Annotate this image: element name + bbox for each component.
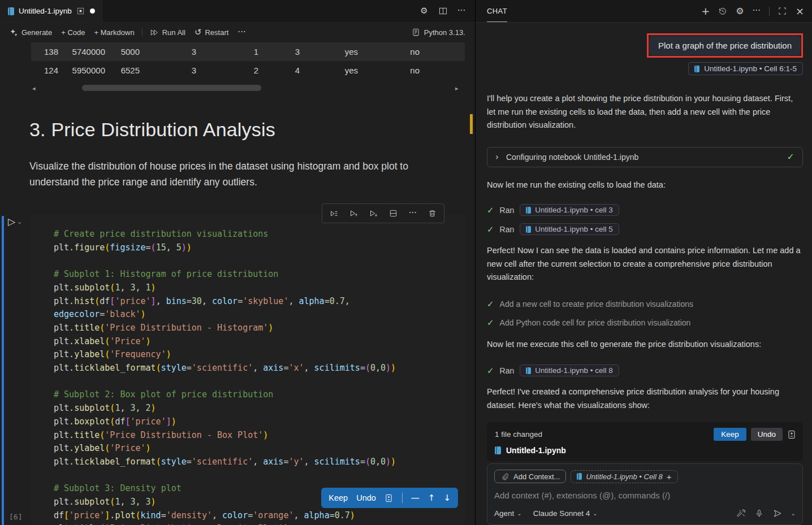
- execute-below-icon[interactable]: [369, 209, 378, 218]
- execute-above-icon[interactable]: [349, 209, 359, 218]
- collapse-icon[interactable]: —: [411, 493, 420, 503]
- generate-button[interactable]: Generate: [5, 27, 57, 39]
- tools-icon[interactable]: [737, 509, 746, 518]
- code-token: 5: [176, 242, 182, 253]
- tab-chat[interactable]: CHAT: [487, 0, 507, 22]
- add-context-button[interactable]: Add Context...: [494, 470, 566, 483]
- delete-cell-icon[interactable]: [427, 209, 437, 218]
- context-chip[interactable]: Untitled-1.ipynb • Cell 6:1-5: [688, 62, 803, 75]
- add-code-button[interactable]: + Code: [57, 27, 89, 38]
- keep-button[interactable]: Keep: [714, 428, 746, 441]
- toolbar-more-icon[interactable]: ···: [233, 27, 250, 38]
- table-row[interactable]: 12459500006525324yesno: [31, 61, 465, 80]
- code-line[interactable]: plt.hist(df['price'], bins=30, color='sk…: [54, 295, 465, 309]
- code-token: 0: [381, 363, 386, 373]
- code-line[interactable]: df['price'].plot(kind='density', color='…: [54, 509, 465, 523]
- code-line[interactable]: edgecolor='black'): [54, 308, 465, 322]
- code-line[interactable]: [54, 254, 465, 268]
- code-line[interactable]: plt.xlabel('Price'): [54, 335, 465, 349]
- restart-button[interactable]: ↺ Restart: [190, 27, 233, 38]
- undo-button[interactable]: Undo: [356, 493, 376, 502]
- code-line[interactable]: plt.title('Price Distribution - Histogra…: [54, 322, 465, 335]
- ran-cell-chip[interactable]: Untitled-1.ipynb • cell 8: [520, 365, 619, 376]
- ran-cell-chip[interactable]: Untitled-1.ipynb • cell 5: [520, 223, 619, 235]
- kernel-picker[interactable]: Python 3.13.5: [412, 28, 469, 37]
- mode-picker[interactable]: Agent ⌄: [494, 509, 522, 518]
- chat-input-box[interactable]: Add Context... Untitled-1.ipynb • Cell 8…: [487, 463, 803, 525]
- add-markdown-button[interactable]: + Markdown: [90, 27, 139, 38]
- gear-icon[interactable]: ⚙: [420, 7, 429, 16]
- scroll-left-icon[interactable]: ◂: [32, 85, 36, 92]
- code-line[interactable]: plt.ylabel('Frequency'): [54, 348, 465, 362]
- keep-button[interactable]: Keep: [329, 493, 348, 502]
- execute-by-line-icon[interactable]: [330, 209, 339, 218]
- code-token: 'Price Distribution - Histogram': [105, 323, 268, 333]
- undo-button[interactable]: Undo: [751, 428, 783, 441]
- tab-pin-icon[interactable]: [76, 7, 85, 16]
- arrow-up-icon[interactable]: ↑: [428, 493, 435, 503]
- code-line[interactable]: # Create price distribution visualizatio…: [54, 228, 465, 241]
- code-line[interactable]: plt.ticklabel_format(style='scientific',…: [54, 362, 465, 375]
- code-line[interactable]: plt.boxplot(df['price']): [54, 415, 465, 429]
- code-token: 'scientific': [192, 457, 253, 467]
- run-all-icon: [150, 28, 159, 37]
- run-cell-button[interactable]: ▷ ⌄: [8, 217, 22, 227]
- cell-editor[interactable]: # Create price distribution visualizatio…: [31, 214, 465, 525]
- horizontal-scrollbar[interactable]: ◂ ▸: [0, 84, 475, 92]
- scrollbar-thumb[interactable]: [82, 85, 261, 91]
- model-picker[interactable]: Claude Sonnet 4 ⌄: [533, 509, 598, 518]
- code-token: ): [182, 242, 187, 253]
- code-line[interactable]: # Subplot 1: Histogram of price distribu…: [54, 268, 465, 281]
- model-label: Claude Sonnet 4: [533, 509, 590, 518]
- ran-cell-row: ✓ Ran Untitled-1.ipynb • cell 5: [487, 223, 803, 235]
- code-line[interactable]: plt.title('Price Distribution - Density …: [54, 522, 465, 525]
- chat-more-icon[interactable]: ···: [753, 7, 761, 15]
- send-icon[interactable]: [773, 509, 782, 518]
- chevron-right-icon: ›: [495, 152, 499, 162]
- history-icon[interactable]: [718, 7, 727, 16]
- more-actions-icon[interactable]: ···: [457, 7, 466, 16]
- tab-untitled-1-ipynb[interactable]: Untitled-1.ipynb: [0, 0, 102, 22]
- code-line[interactable]: plt.ticklabel_format(style='scientific',…: [54, 455, 465, 469]
- code-line[interactable]: plt.subplot(1, 3, 2): [54, 402, 465, 415]
- unsaved-indicator[interactable]: [90, 8, 95, 14]
- chat-gear-icon[interactable]: ⚙: [736, 7, 744, 16]
- current-cell-chip[interactable]: Untitled-1.ipynb • Cell 8 +: [571, 470, 677, 483]
- code-token: ): [151, 497, 156, 507]
- code-line[interactable]: plt.subplot(1, 3, 1): [54, 281, 465, 295]
- code-line[interactable]: plt.ylabel('Price'): [54, 442, 465, 455]
- run-all-button[interactable]: Run All: [145, 27, 190, 39]
- table-row[interactable]: 13857400005000313yesno: [31, 42, 465, 61]
- code-line[interactable]: # Subplot 2: Box plot of price distribut…: [54, 388, 465, 402]
- close-icon[interactable]: ×: [796, 6, 804, 16]
- send-options-chevron-icon[interactable]: ⌄: [791, 510, 796, 517]
- diff-icon[interactable]: [385, 493, 394, 502]
- table-cell: yes: [300, 66, 358, 75]
- tab-title: Untitled-1.ipynb: [19, 7, 72, 15]
- split-cell-icon[interactable]: [389, 209, 398, 218]
- diff-icon[interactable]: [787, 430, 796, 439]
- maximize-icon[interactable]: [778, 7, 787, 16]
- chevron-down-icon: ⌄: [593, 510, 597, 517]
- ran-cell-chip[interactable]: Untitled-1.ipynb • cell 3: [520, 204, 619, 216]
- changed-file-row[interactable]: Untitled-1.ipynb: [495, 446, 796, 455]
- arrow-down-icon[interactable]: ↓: [443, 493, 451, 503]
- code-token: 'skyblue': [243, 296, 288, 306]
- kernel-icon: [412, 28, 421, 37]
- scroll-right-icon[interactable]: ▸: [455, 85, 459, 92]
- split-editor-icon[interactable]: [438, 7, 447, 16]
- code-line[interactable]: plt.title('Price Distribution - Box Plot…: [54, 429, 465, 442]
- ran-label: Ran: [500, 206, 515, 215]
- configuring-notebook-box[interactable]: › Configuring notebook Untitled-1.ipynb …: [487, 147, 803, 167]
- new-chat-icon[interactable]: +: [701, 6, 710, 16]
- notebook-icon: [526, 207, 531, 214]
- cell-more-icon[interactable]: ···: [409, 209, 417, 218]
- add-markdown-label: + Markdown: [94, 28, 135, 37]
- code-line[interactable]: [54, 469, 465, 483]
- mic-icon[interactable]: [755, 509, 764, 518]
- code-line[interactable]: plt.figure(figsize=(15, 5)): [54, 241, 465, 255]
- check-icon: ✓: [487, 318, 494, 328]
- code-line[interactable]: [54, 375, 465, 389]
- chat-input-field[interactable]: Add context (#), extensions (@), command…: [494, 491, 796, 500]
- code-token: axis: [263, 457, 283, 467]
